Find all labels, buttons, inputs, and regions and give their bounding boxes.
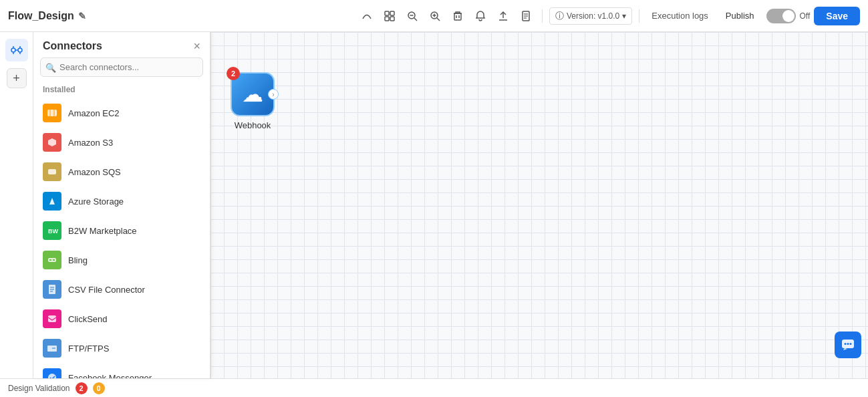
- svg-point-20: [18, 48, 22, 52]
- connector-list: Amazon EC2 Amazon S3 Amazon SQS Azure St…: [33, 98, 210, 378]
- upload-icon[interactable]: [494, 7, 513, 25]
- svg-point-19: [11, 48, 15, 52]
- connector-name: ClickSend: [68, 314, 108, 324]
- canvas-grid: [210, 32, 868, 378]
- connector-item[interactable]: CSV File Connector: [33, 275, 210, 304]
- zoom-in-icon[interactable]: [426, 7, 444, 25]
- execution-logs-button[interactable]: Execution logs: [646, 8, 714, 23]
- panel-header: Connectors ×: [33, 32, 210, 57]
- connector-icon: [43, 309, 61, 328]
- connector-name: Amazon S3: [68, 138, 113, 148]
- search-wrap: 🔍: [33, 57, 210, 82]
- connector-item[interactable]: Amazon EC2: [33, 98, 210, 128]
- webhook-cloud-icon: ☁: [242, 82, 263, 107]
- left-sidebar: +: [0, 32, 33, 378]
- connector-name: Amazon EC2: [68, 108, 120, 118]
- topbar-tools: ⓘ Version: v1.0.0 ▾ Execution logs Publi…: [357, 7, 860, 25]
- installed-section-label: Installed: [33, 82, 210, 98]
- delete-icon[interactable]: [448, 7, 467, 25]
- curve-tool-icon[interactable]: [357, 7, 376, 25]
- tool-divider: [542, 9, 543, 23]
- flow-title-text: Flow_Design: [8, 10, 74, 22]
- connector-name: Bling: [68, 255, 88, 265]
- connector-item[interactable]: Bling: [33, 245, 210, 275]
- save-button[interactable]: Save: [814, 7, 860, 25]
- svg-text:BW: BW: [48, 228, 58, 235]
- svg-point-43: [845, 343, 847, 345]
- connector-item[interactable]: BW B2W Marketplace: [33, 216, 210, 245]
- flow-title: Flow_Design ✎: [8, 10, 86, 22]
- publish-button[interactable]: Publish: [718, 8, 762, 23]
- svg-rect-0: [385, 11, 389, 15]
- toggle-switch[interactable]: [766, 9, 796, 23]
- svg-rect-3: [390, 17, 394, 21]
- connector-item[interactable]: Amazon SQS: [33, 157, 210, 186]
- connector-item[interactable]: Amazon S3: [33, 128, 210, 157]
- svg-rect-31: [48, 258, 56, 262]
- tool-divider-2: [639, 9, 639, 23]
- version-chevron: ▾: [622, 11, 626, 21]
- svg-rect-38: [48, 315, 56, 322]
- svg-line-6: [414, 18, 417, 21]
- webhook-expand-arrow[interactable]: ›: [268, 89, 279, 100]
- connector-icon: [43, 162, 61, 181]
- toggle-knob: [782, 10, 794, 22]
- sidebar-add-button[interactable]: +: [7, 68, 27, 88]
- version-badge[interactable]: ⓘ Version: v1.0.0 ▾: [549, 7, 632, 25]
- connector-name: Facebook Messenger: [68, 373, 152, 379]
- svg-rect-11: [454, 13, 461, 20]
- connector-icon: [43, 133, 61, 152]
- connector-icon: [43, 339, 61, 358]
- connector-name: FTP/FTPS: [68, 344, 109, 354]
- zoom-out-icon[interactable]: [403, 7, 422, 25]
- validation-warn-badge: 0: [93, 382, 105, 394]
- bottom-bar: Design Validation 2 0: [0, 378, 868, 397]
- design-validation-label: Design Validation: [8, 384, 70, 393]
- svg-rect-26: [47, 110, 57, 116]
- bell-icon[interactable]: [471, 7, 490, 25]
- webhook-badge: 2: [227, 67, 240, 80]
- grid-tool-icon[interactable]: [380, 7, 399, 25]
- connector-icon: [43, 368, 61, 378]
- file-icon[interactable]: [517, 7, 535, 25]
- sidebar-connectors-icon[interactable]: [5, 39, 28, 61]
- connector-item[interactable]: ClickSend: [33, 304, 210, 334]
- svg-rect-33: [53, 259, 55, 261]
- svg-point-44: [847, 343, 849, 345]
- connector-icon: [43, 280, 61, 299]
- svg-rect-2: [385, 17, 389, 21]
- connector-name: Azure Storage: [68, 196, 124, 207]
- validation-error-badge: 2: [76, 382, 88, 394]
- svg-rect-1: [390, 11, 394, 15]
- svg-rect-29: [48, 169, 56, 174]
- svg-point-41: [48, 374, 56, 378]
- svg-point-45: [850, 343, 852, 345]
- connector-icon: [43, 104, 61, 122]
- connector-item[interactable]: Azure Storage: [33, 186, 210, 216]
- connector-name: Amazon SQS: [68, 167, 121, 177]
- panel-close-button[interactable]: ×: [193, 40, 200, 52]
- toggle-wrap: Off: [766, 9, 811, 23]
- chat-button[interactable]: [835, 332, 861, 358]
- connectors-panel: Connectors × 🔍 Installed Amazon EC2 Amaz…: [33, 32, 210, 378]
- edit-title-icon[interactable]: ✎: [78, 11, 86, 21]
- webhook-label: Webhook: [235, 120, 271, 130]
- svg-line-10: [437, 18, 440, 21]
- add-icon: +: [13, 72, 20, 86]
- topbar: Flow_Design ✎: [0, 0, 868, 32]
- svg-rect-32: [49, 259, 51, 261]
- connector-icon: BW: [43, 221, 61, 240]
- connector-item[interactable]: FTP/FTPS: [33, 334, 210, 363]
- connector-icon: [43, 192, 61, 211]
- toggle-label: Off: [800, 11, 811, 21]
- connector-name: CSV File Connector: [68, 285, 145, 295]
- canvas[interactable]: 2 ☁ › Webhook: [210, 32, 868, 378]
- connector-name: B2W Marketplace: [68, 226, 137, 236]
- connector-icon: [43, 251, 61, 269]
- version-text: Version: v1.0.0: [567, 11, 619, 21]
- webhook-node[interactable]: 2 ☁ › Webhook: [231, 72, 275, 130]
- panel-title: Connectors: [43, 40, 102, 52]
- connector-item[interactable]: Facebook Messenger: [33, 363, 210, 378]
- main-area: + Connectors × 🔍 Installed Amazon EC2 Am…: [0, 32, 868, 378]
- connector-search-input[interactable]: [40, 57, 203, 77]
